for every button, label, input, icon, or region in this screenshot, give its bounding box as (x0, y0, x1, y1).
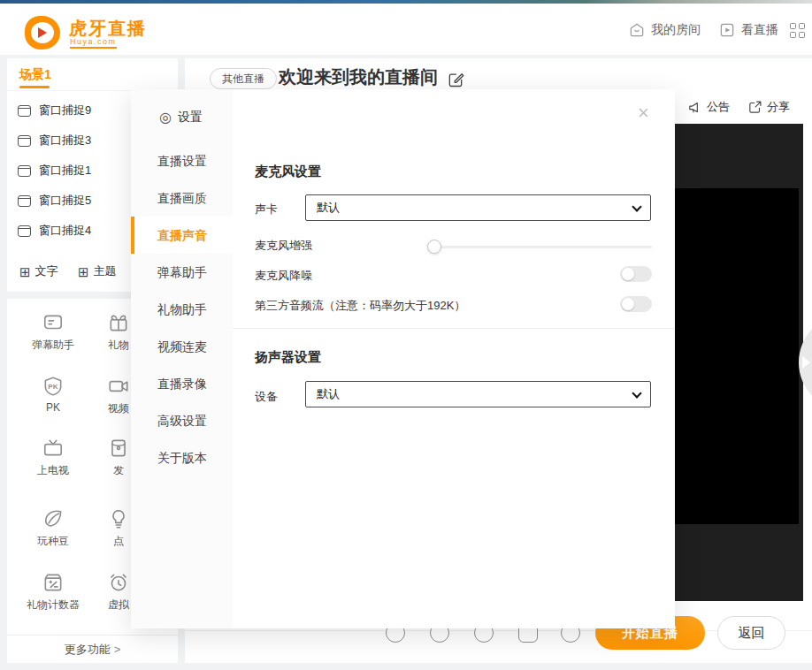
speaker-device-label: 设备 (255, 389, 278, 405)
capture-item[interactable]: 窗口捕捉4 (18, 216, 91, 246)
chevron-down-icon (632, 388, 641, 398)
feature-gift-counter[interactable]: 礼物计数器 (22, 571, 84, 613)
mic-gain-label: 麦克风增强 (255, 238, 312, 254)
menu-item-gift-helper[interactable]: 礼物助手 (131, 291, 233, 328)
alarm-icon (107, 571, 130, 594)
settings-menu-header: ◎ 设置 (159, 109, 203, 126)
soundcard-value: 默认 (317, 200, 340, 216)
feature-on-tv[interactable]: 上电视 (22, 437, 84, 478)
gift-counter-icon (42, 571, 65, 594)
chevron-right-icon: > (114, 643, 121, 656)
gear-icon: ◎ (159, 109, 172, 126)
mic-gain-slider-track[interactable] (433, 246, 652, 248)
capture-item[interactable]: 窗口捕捉1 (18, 156, 91, 186)
more-features-label: 更多功能 (65, 642, 111, 658)
capture-label: 窗口捕捉3 (39, 133, 91, 148)
capture-item[interactable]: 窗口捕捉9 (18, 95, 91, 126)
menu-item-advanced[interactable]: 高级设置 (131, 402, 233, 439)
app-header: 虎牙直播 Huya.com 我的房间 看直播 (0, 4, 812, 55)
capture-label: 窗口捕捉1 (39, 163, 91, 179)
category-badge[interactable]: 其他直播 (210, 68, 277, 89)
feature-pk[interactable]: PK PK (22, 375, 84, 414)
speaker-device-value: 默认 (317, 386, 340, 402)
logo-subtitle: Huya.com (70, 37, 117, 49)
feature-label: 玩种豆 (37, 534, 69, 549)
announcement-label: 公告 (707, 99, 730, 115)
feature-danmu-helper[interactable]: 弹幕助手 (22, 311, 84, 353)
menu-item-about[interactable]: 关于版本 (131, 439, 233, 476)
thirdparty-audio-toggle[interactable] (620, 296, 652, 312)
feature-label: 上电视 (37, 463, 69, 478)
capture-item[interactable]: 窗口捕捉5 (18, 186, 91, 216)
nav-my-room-label: 我的房间 (651, 22, 701, 38)
add-theme-button[interactable]: ⊞ 主题 (78, 263, 117, 279)
capture-label: 窗口捕捉5 (39, 193, 91, 209)
settings-menu-items: 直播设置 直播画质 直播声音 弹幕助手 礼物助手 视频连麦 直播录像 高级设置 … (131, 142, 233, 476)
gift-icon (107, 311, 130, 334)
more-features-button[interactable]: 更多功能 > (7, 635, 178, 663)
menu-item-video-link[interactable]: 视频连麦 (131, 328, 233, 365)
stream-preview-canvas (675, 188, 799, 524)
window-capture-icon (18, 165, 31, 177)
feature-label: 礼物计数器 (27, 598, 80, 613)
nav-my-room[interactable]: 我的房间 (628, 21, 701, 39)
add-text-label: 文字 (35, 263, 58, 279)
section-divider (233, 328, 675, 329)
camera-icon (107, 375, 130, 398)
close-icon[interactable]: × (638, 103, 649, 123)
red-packet-icon (107, 437, 130, 460)
apps-grid-icon[interactable] (790, 23, 805, 38)
app-window: 虎牙直播 Huya.com 我的房间 看直播 场景1 窗口捕捉9 窗口捕捉3 (0, 0, 812, 670)
feature-label: 礼物 (108, 338, 129, 353)
plus-box-icon: ⊞ (78, 265, 89, 278)
plus-box-icon: ⊞ (19, 265, 31, 278)
window-capture-icon (18, 195, 31, 207)
edit-title-icon[interactable] (447, 71, 464, 88)
feature-label: 弹幕助手 (32, 338, 74, 353)
tab-active-bar (19, 86, 50, 88)
add-text-button[interactable]: ⊞ 文字 (19, 263, 58, 279)
capture-label: 窗口捕捉4 (39, 223, 91, 239)
bulb-icon (107, 507, 130, 530)
tab-scene-1[interactable]: 场景1 (19, 67, 51, 83)
nav-watch-live[interactable]: 看直播 (718, 21, 778, 39)
feature-label: 虚拟 (108, 598, 129, 613)
feature-beans[interactable]: 玩种豆 (22, 507, 84, 549)
svg-text:PK: PK (48, 383, 57, 391)
back-button[interactable]: 返回 (717, 616, 785, 650)
window-capture-icon (18, 105, 31, 117)
menu-item-live-record[interactable]: 直播录像 (131, 365, 233, 402)
menu-item-danmu-helper[interactable]: 弹幕助手 (131, 254, 233, 291)
mic-denoise-toggle[interactable] (620, 266, 652, 282)
settings-menu: ◎ 设置 直播设置 直播画质 直播声音 弹幕助手 礼物助手 视频连麦 直播录像 … (131, 89, 233, 628)
huya-logo-icon (25, 16, 60, 49)
settings-modal: ◎ 设置 直播设置 直播画质 直播声音 弹幕助手 礼物助手 视频连麦 直播录像 … (131, 89, 675, 628)
menu-item-live-quality[interactable]: 直播画质 (131, 179, 233, 217)
menu-item-live-audio[interactable]: 直播声音 (131, 217, 233, 254)
share-button[interactable]: 分享 (747, 99, 790, 115)
window-capture-icon (18, 135, 31, 147)
soundcard-label: 声卡 (255, 202, 278, 217)
mic-gain-slider-thumb[interactable] (427, 240, 441, 254)
chevron-down-icon (632, 202, 641, 211)
window-capture-icon (18, 225, 31, 237)
announcement-button[interactable]: 公告 (687, 99, 730, 115)
menu-item-live-settings[interactable]: 直播设置 (131, 142, 233, 179)
capture-item[interactable]: 窗口捕捉3 (18, 126, 91, 156)
logo-play-icon (38, 27, 47, 38)
feature-label: PK (46, 401, 60, 414)
mic-denoise-label: 麦克风降噪 (255, 268, 312, 284)
play-icon (718, 21, 736, 39)
feature-label: 点 (113, 534, 124, 549)
share-label: 分享 (767, 99, 790, 115)
room-title: 欢迎来到我的直播间 (279, 65, 438, 89)
share-icon (747, 100, 762, 115)
speaker-device-select[interactable]: 默认 (305, 381, 651, 407)
capture-label: 窗口捕捉9 (39, 103, 91, 118)
leaf-icon (42, 507, 65, 530)
arrow-right-icon (802, 356, 810, 369)
soundcard-select[interactable]: 默认 (305, 194, 651, 221)
megaphone-icon (687, 100, 702, 115)
nav-watch-live-label: 看直播 (741, 22, 778, 38)
category-badge-label: 其他直播 (222, 72, 264, 87)
